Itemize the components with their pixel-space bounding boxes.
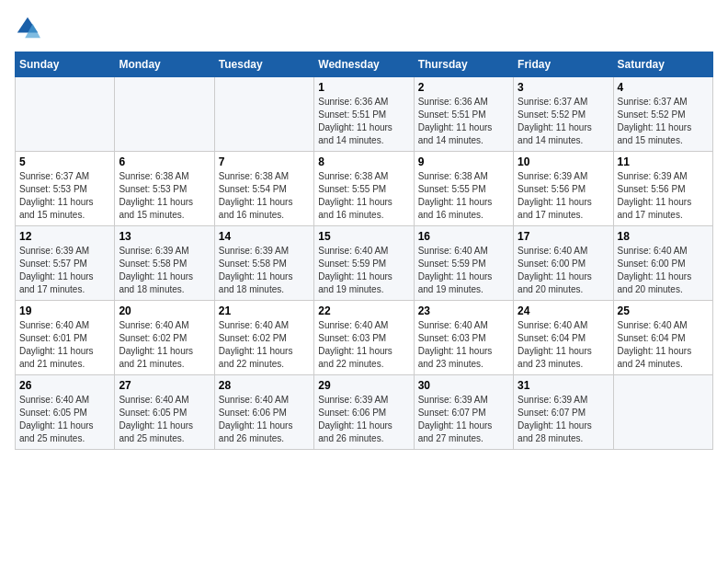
day-header-monday: Monday bbox=[115, 52, 214, 77]
day-number: 7 bbox=[219, 155, 310, 168]
logo-icon bbox=[15, 15, 40, 40]
calendar-cell: 30Sunrise: 6:39 AM Sunset: 6:07 PM Dayli… bbox=[414, 375, 513, 450]
calendar-cell: 20Sunrise: 6:40 AM Sunset: 6:02 PM Dayli… bbox=[115, 301, 214, 375]
day-info: Sunrise: 6:36 AM Sunset: 5:51 PM Dayligh… bbox=[318, 96, 409, 147]
day-header-thursday: Thursday bbox=[414, 52, 513, 77]
day-info: Sunrise: 6:38 AM Sunset: 5:55 PM Dayligh… bbox=[318, 170, 409, 222]
calendar-cell: 23Sunrise: 6:40 AM Sunset: 6:03 PM Dayli… bbox=[414, 301, 513, 375]
day-info: Sunrise: 6:40 AM Sunset: 6:04 PM Dayligh… bbox=[618, 319, 709, 371]
calendar-cell: 28Sunrise: 6:40 AM Sunset: 6:06 PM Dayli… bbox=[214, 375, 313, 450]
day-number: 13 bbox=[119, 230, 210, 243]
logo bbox=[15, 15, 44, 40]
day-info: Sunrise: 6:37 AM Sunset: 5:52 PM Dayligh… bbox=[518, 96, 609, 147]
calendar-week-row: 26Sunrise: 6:40 AM Sunset: 6:05 PM Dayli… bbox=[16, 375, 713, 450]
day-number: 21 bbox=[219, 304, 310, 317]
calendar-cell: 9Sunrise: 6:38 AM Sunset: 5:55 PM Daylig… bbox=[414, 152, 513, 226]
day-number: 14 bbox=[219, 230, 310, 243]
day-info: Sunrise: 6:40 AM Sunset: 6:04 PM Dayligh… bbox=[518, 319, 609, 371]
day-info: Sunrise: 6:39 AM Sunset: 5:56 PM Dayligh… bbox=[618, 170, 709, 222]
calendar-cell: 17Sunrise: 6:40 AM Sunset: 6:00 PM Dayli… bbox=[514, 226, 613, 301]
day-headers-row: SundayMondayTuesdayWednesdayThursdayFrid… bbox=[16, 52, 713, 77]
calendar-cell: 4Sunrise: 6:37 AM Sunset: 5:52 PM Daylig… bbox=[613, 77, 712, 152]
day-info: Sunrise: 6:40 AM Sunset: 6:05 PM Dayligh… bbox=[19, 394, 110, 445]
day-number: 16 bbox=[418, 230, 509, 243]
calendar-cell: 2Sunrise: 6:36 AM Sunset: 5:51 PM Daylig… bbox=[414, 77, 513, 152]
calendar-cell: 18Sunrise: 6:40 AM Sunset: 6:00 PM Dayli… bbox=[613, 226, 712, 301]
day-number: 9 bbox=[418, 155, 509, 168]
day-number: 20 bbox=[119, 304, 210, 317]
day-header-saturday: Saturday bbox=[613, 52, 712, 77]
day-number: 18 bbox=[618, 230, 709, 243]
day-number: 31 bbox=[518, 379, 609, 392]
calendar-cell: 31Sunrise: 6:39 AM Sunset: 6:07 PM Dayli… bbox=[514, 375, 613, 450]
calendar-cell: 13Sunrise: 6:39 AM Sunset: 5:58 PM Dayli… bbox=[115, 226, 214, 301]
day-info: Sunrise: 6:39 AM Sunset: 6:07 PM Dayligh… bbox=[418, 394, 509, 445]
day-number: 6 bbox=[119, 155, 210, 168]
calendar-table: SundayMondayTuesdayWednesdayThursdayFrid… bbox=[15, 52, 713, 450]
day-number: 24 bbox=[518, 304, 609, 317]
day-info: Sunrise: 6:40 AM Sunset: 5:59 PM Dayligh… bbox=[318, 245, 409, 296]
day-number: 19 bbox=[19, 304, 110, 317]
calendar-cell: 14Sunrise: 6:39 AM Sunset: 5:58 PM Dayli… bbox=[214, 226, 313, 301]
day-number: 22 bbox=[318, 304, 409, 317]
calendar-cell bbox=[613, 375, 712, 450]
calendar-cell bbox=[115, 77, 214, 152]
day-number: 15 bbox=[318, 230, 409, 243]
day-info: Sunrise: 6:40 AM Sunset: 6:02 PM Dayligh… bbox=[219, 319, 310, 371]
day-info: Sunrise: 6:40 AM Sunset: 6:00 PM Dayligh… bbox=[618, 245, 709, 296]
day-info: Sunrise: 6:37 AM Sunset: 5:52 PM Dayligh… bbox=[618, 96, 709, 147]
day-header-wednesday: Wednesday bbox=[314, 52, 414, 77]
day-info: Sunrise: 6:38 AM Sunset: 5:54 PM Dayligh… bbox=[219, 170, 310, 222]
day-number: 11 bbox=[618, 155, 709, 168]
day-header-friday: Friday bbox=[514, 52, 613, 77]
day-number: 26 bbox=[19, 379, 110, 392]
day-info: Sunrise: 6:37 AM Sunset: 5:53 PM Dayligh… bbox=[19, 170, 110, 222]
day-info: Sunrise: 6:39 AM Sunset: 5:58 PM Dayligh… bbox=[219, 245, 310, 296]
day-info: Sunrise: 6:39 AM Sunset: 6:07 PM Dayligh… bbox=[518, 394, 609, 445]
calendar-cell bbox=[214, 77, 313, 152]
calendar-cell: 5Sunrise: 6:37 AM Sunset: 5:53 PM Daylig… bbox=[16, 152, 115, 226]
calendar-cell: 22Sunrise: 6:40 AM Sunset: 6:03 PM Dayli… bbox=[314, 301, 414, 375]
day-info: Sunrise: 6:40 AM Sunset: 6:06 PM Dayligh… bbox=[219, 394, 310, 445]
day-info: Sunrise: 6:40 AM Sunset: 6:03 PM Dayligh… bbox=[318, 319, 409, 371]
day-header-sunday: Sunday bbox=[16, 52, 115, 77]
day-info: Sunrise: 6:38 AM Sunset: 5:55 PM Dayligh… bbox=[418, 170, 509, 222]
calendar-cell: 25Sunrise: 6:40 AM Sunset: 6:04 PM Dayli… bbox=[613, 301, 712, 375]
calendar-cell: 29Sunrise: 6:39 AM Sunset: 6:06 PM Dayli… bbox=[314, 375, 414, 450]
day-number: 29 bbox=[318, 379, 409, 392]
day-info: Sunrise: 6:36 AM Sunset: 5:51 PM Dayligh… bbox=[418, 96, 509, 147]
calendar-cell bbox=[16, 77, 115, 152]
calendar-cell: 21Sunrise: 6:40 AM Sunset: 6:02 PM Dayli… bbox=[214, 301, 313, 375]
calendar-cell: 8Sunrise: 6:38 AM Sunset: 5:55 PM Daylig… bbox=[314, 152, 414, 226]
calendar-cell: 16Sunrise: 6:40 AM Sunset: 5:59 PM Dayli… bbox=[414, 226, 513, 301]
day-number: 2 bbox=[418, 81, 509, 94]
day-info: Sunrise: 6:40 AM Sunset: 6:00 PM Dayligh… bbox=[518, 245, 609, 296]
day-number: 28 bbox=[219, 379, 310, 392]
calendar-cell: 26Sunrise: 6:40 AM Sunset: 6:05 PM Dayli… bbox=[16, 375, 115, 450]
page-header bbox=[15, 15, 713, 40]
day-info: Sunrise: 6:39 AM Sunset: 5:56 PM Dayligh… bbox=[518, 170, 609, 222]
calendar-cell: 6Sunrise: 6:38 AM Sunset: 5:53 PM Daylig… bbox=[115, 152, 214, 226]
day-info: Sunrise: 6:40 AM Sunset: 6:02 PM Dayligh… bbox=[119, 319, 210, 371]
day-info: Sunrise: 6:40 AM Sunset: 6:05 PM Dayligh… bbox=[119, 394, 210, 445]
day-number: 10 bbox=[518, 155, 609, 168]
calendar-cell: 12Sunrise: 6:39 AM Sunset: 5:57 PM Dayli… bbox=[16, 226, 115, 301]
day-info: Sunrise: 6:39 AM Sunset: 5:57 PM Dayligh… bbox=[19, 245, 110, 296]
day-number: 17 bbox=[518, 230, 609, 243]
calendar-cell: 27Sunrise: 6:40 AM Sunset: 6:05 PM Dayli… bbox=[115, 375, 214, 450]
calendar-cell: 24Sunrise: 6:40 AM Sunset: 6:04 PM Dayli… bbox=[514, 301, 613, 375]
calendar-cell: 10Sunrise: 6:39 AM Sunset: 5:56 PM Dayli… bbox=[514, 152, 613, 226]
day-number: 8 bbox=[318, 155, 409, 168]
day-info: Sunrise: 6:40 AM Sunset: 6:01 PM Dayligh… bbox=[19, 319, 110, 371]
day-info: Sunrise: 6:40 AM Sunset: 5:59 PM Dayligh… bbox=[418, 245, 509, 296]
day-number: 3 bbox=[518, 81, 609, 94]
calendar-cell: 11Sunrise: 6:39 AM Sunset: 5:56 PM Dayli… bbox=[613, 152, 712, 226]
calendar-week-row: 12Sunrise: 6:39 AM Sunset: 5:57 PM Dayli… bbox=[16, 226, 713, 301]
day-number: 30 bbox=[418, 379, 509, 392]
day-number: 25 bbox=[618, 304, 709, 317]
day-info: Sunrise: 6:39 AM Sunset: 6:06 PM Dayligh… bbox=[318, 394, 409, 445]
calendar-week-row: 19Sunrise: 6:40 AM Sunset: 6:01 PM Dayli… bbox=[16, 301, 713, 375]
day-info: Sunrise: 6:40 AM Sunset: 6:03 PM Dayligh… bbox=[418, 319, 509, 371]
calendar-cell: 15Sunrise: 6:40 AM Sunset: 5:59 PM Dayli… bbox=[314, 226, 414, 301]
day-number: 1 bbox=[318, 81, 409, 94]
